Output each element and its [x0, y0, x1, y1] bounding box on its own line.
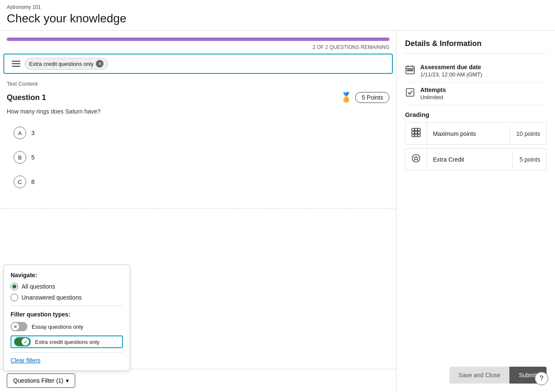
question-block: Question 1 🏅 5 Points How many rings doe…	[0, 89, 396, 202]
toggle-x-icon: ✕	[14, 324, 17, 329]
toggle-row-extra-credit: ✓ Extra credit questions only	[11, 335, 123, 348]
due-date-value: 1/11/23, 12:00 AM (GMT)	[420, 71, 482, 78]
answer-option-a[interactable]: A 3	[7, 122, 389, 144]
due-date-label: Assessment due date	[420, 64, 482, 70]
svg-rect-12	[415, 128, 417, 131]
save-and-close-button[interactable]: Save and Close	[449, 367, 510, 384]
svg-rect-19	[418, 134, 420, 137]
toggle-thumb-extra-credit: ✓	[22, 338, 29, 346]
chip-label: Extra credit questions only	[29, 61, 93, 67]
nav-divider	[11, 305, 123, 306]
answer-option-b[interactable]: B 5	[7, 146, 389, 169]
answer-circle-b: B	[14, 151, 26, 164]
left-panel: 2 OF 2 QUESTIONS REMAINING Extra credit …	[0, 31, 397, 392]
svg-rect-8	[409, 70, 411, 71]
grid-icon	[405, 123, 427, 144]
calendar-icon	[405, 65, 415, 77]
attempts-value: Unlimited	[420, 94, 446, 100]
filter-chip-extra-credit[interactable]: Extra credit questions only ✕	[24, 58, 108, 70]
page-title: Check your knowledge	[7, 12, 548, 25]
radio-unanswered[interactable]	[11, 294, 18, 301]
nav-option-unanswered[interactable]: Unanswered questions	[11, 294, 123, 301]
svg-rect-11	[412, 128, 414, 131]
question-text: How many rings does Saturn have?	[7, 108, 389, 115]
filter-section-title: Filter question types:	[11, 311, 123, 318]
toggle-extra-credit[interactable]: ✓	[14, 337, 31, 346]
extra-credit-label: Extra Credit	[427, 151, 512, 168]
filter-chip-area: Extra credit questions only ✕	[3, 54, 393, 74]
help-icon-wrapper: ?	[535, 372, 548, 385]
footer-buttons: Save and Close Submit	[405, 360, 547, 384]
question-meta: 🏅 5 Points	[340, 92, 389, 103]
radio-all-inner	[12, 284, 16, 289]
attempts-row: Attempts Unlimited	[405, 82, 547, 105]
details-title: Details & Information	[405, 39, 547, 48]
navigation-dropdown: Navigate: All questions Unanswered quest…	[3, 265, 130, 371]
extra-credit-value: 5 points	[512, 151, 546, 168]
svg-rect-10	[406, 89, 414, 96]
max-points-value: 10 points	[510, 125, 546, 142]
clear-filters-link[interactable]: Clear filters	[11, 357, 123, 364]
svg-rect-7	[407, 70, 409, 71]
header: Astronomy 101 Check your knowledge	[0, 0, 555, 31]
nav-divider-2	[11, 352, 123, 353]
bottom-bar: Questions Filter (1) ▾	[0, 369, 396, 392]
answer-circle-c: C	[14, 176, 26, 188]
nav-option-unanswered-label: Unanswered questions	[22, 294, 82, 301]
answer-text-b: 5	[31, 154, 35, 161]
svg-rect-16	[418, 131, 420, 134]
breadcrumb: Astronomy 101	[7, 4, 548, 10]
svg-marker-21	[414, 156, 418, 160]
svg-rect-14	[412, 131, 414, 134]
checkbox-icon	[405, 87, 415, 100]
svg-rect-17	[412, 134, 414, 137]
answer-text-c: 8	[31, 178, 35, 185]
chevron-down-icon: ▾	[66, 377, 69, 384]
dashed-separator	[0, 208, 396, 209]
progress-bar-track	[7, 38, 389, 41]
answer-text-a: 3	[31, 130, 35, 136]
question-mark-icon: ?	[540, 375, 544, 382]
medal-icon: 🏅	[340, 92, 352, 103]
toggle-thumb-essay: ✕	[11, 323, 19, 330]
progress-bar-fill	[7, 38, 389, 41]
toggle-row-essay: ✕ Essay questions only	[11, 322, 123, 331]
svg-rect-15	[415, 131, 417, 134]
attempts-label: Attempts	[420, 87, 446, 93]
filter-lines-icon	[11, 59, 21, 69]
max-points-label: Maximum points	[427, 125, 510, 142]
toggle-extra-credit-label: Extra credit questions only	[35, 339, 99, 345]
nav-option-all[interactable]: All questions	[11, 283, 123, 290]
answer-option-c[interactable]: C 8	[7, 170, 389, 193]
due-date-row: Assessment due date 1/11/23, 12:00 AM (G…	[405, 59, 547, 82]
navigate-section-title: Navigate:	[11, 272, 123, 278]
questions-filter-button[interactable]: Questions Filter (1) ▾	[7, 373, 75, 388]
help-button[interactable]: ?	[535, 372, 548, 385]
svg-rect-13	[418, 128, 420, 131]
toggle-check-icon: ✓	[24, 340, 27, 344]
radio-all-questions[interactable]	[11, 283, 18, 290]
questions-filter-label: Questions Filter (1)	[13, 377, 63, 384]
details-divider	[405, 53, 547, 54]
progress-text: 2 OF 2 QUESTIONS REMAINING	[7, 44, 389, 50]
question-title: Question 1	[7, 93, 46, 102]
points-badge: 5 Points	[355, 92, 389, 103]
star-medal-icon	[405, 149, 427, 170]
nav-option-all-label: All questions	[22, 283, 55, 290]
section-label: Test Content	[0, 77, 396, 89]
progress-area: 2 OF 2 QUESTIONS REMAINING	[0, 31, 396, 54]
answer-circle-a: A	[14, 127, 26, 139]
max-points-row: Maximum points 10 points	[405, 122, 547, 145]
attempts-content: Attempts Unlimited	[420, 87, 446, 100]
svg-rect-18	[415, 134, 417, 137]
toggle-essay-label: Essay questions only	[32, 324, 83, 330]
due-date-content: Assessment due date 1/11/23, 12:00 AM (G…	[420, 64, 482, 78]
grading-title: Grading	[405, 111, 547, 118]
right-panel: Details & Information Assess	[397, 31, 555, 392]
svg-rect-9	[411, 70, 413, 71]
toggle-essay[interactable]: ✕	[11, 322, 27, 331]
question-header: Question 1 🏅 5 Points	[7, 92, 389, 103]
chip-close-button[interactable]: ✕	[96, 60, 103, 68]
extra-credit-row: Extra Credit 5 points	[405, 148, 547, 170]
